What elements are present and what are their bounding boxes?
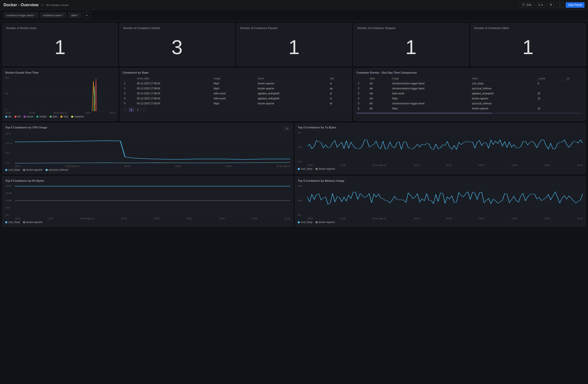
mem-y-1: 20% [298, 199, 307, 202]
events-panel-title: Docker Events Over Time [5, 71, 115, 74]
row-image: chentex/random-logger:latest [390, 86, 470, 91]
rx-y-1: 15 KB [5, 192, 15, 195]
row-state: st [328, 96, 349, 101]
mem-x-2: 00:10 May 12 [373, 217, 386, 220]
row-state: kill [368, 106, 390, 111]
table-row: 2 05-12-2023 17:08:04 httpd docker-apach… [123, 86, 349, 91]
legend-mem-dockerapache: docker-apache [316, 221, 335, 224]
row-count [536, 101, 564, 106]
cpu-legend: cool_tharp docker-apache quizzical_hellm… [5, 168, 290, 171]
col-cmp-count: _count [536, 76, 564, 81]
tx-x-labels: 18:50 21:30 00:10 May 12 02:50 05:30 08:… [298, 164, 583, 166]
kill-label: kill [18, 115, 21, 118]
x-label-0600: 06:00 May 12 [53, 112, 67, 114]
unpause-dot [71, 116, 73, 118]
cpu-x-2: 06:00 [124, 165, 130, 167]
cpu-x-4: 18:00 [226, 165, 232, 167]
mem-x-7: 13:30 [544, 217, 550, 220]
clock-icon: ⏱ [522, 3, 525, 7]
legend-die: die [5, 115, 12, 118]
tx-x-5: 08:10 [479, 164, 485, 166]
filter-image-name[interactable]: container.image.name * [4, 13, 38, 18]
filter-container-name[interactable]: container.name * [40, 13, 66, 18]
page-2-button[interactable]: 2 [135, 108, 141, 112]
y-label-100: 100 [5, 77, 13, 79]
row-name: quizzical_hellman [470, 86, 536, 91]
filter-state[interactable]: state * [68, 13, 81, 18]
row-image: httpd [390, 106, 470, 111]
mem-x-4: 05:30 [446, 217, 452, 220]
main-content: Number of Docker Hosts 1 Number of Conta… [0, 21, 588, 232]
row-count [536, 86, 564, 91]
more-options-button[interactable]: ⋮ [556, 2, 564, 8]
stat-card-containers-stopped: Number of Containers Stopped 1 [353, 23, 468, 66]
legend-unpause: unpause [71, 115, 84, 118]
row-name: agitated_ardinghelli [256, 91, 328, 96]
cpu-dot-0 [5, 169, 7, 171]
funnel-icon: ⧩ [549, 3, 552, 7]
cpu-y-2: 50 s [5, 152, 15, 154]
row-image: httpd [212, 101, 256, 106]
kill-dot [15, 116, 17, 118]
mem-dot-1 [316, 221, 318, 223]
y-label-50: 50 [5, 92, 13, 95]
x-label-1800: 18:00 [5, 112, 11, 114]
table-row: 6 kill httpd docker-apache 16 [356, 106, 583, 111]
cpu-x-labels: 18:00 00:00 May 10 06:00 12:00 18:00 00:… [5, 165, 290, 167]
rx-dot-1 [23, 221, 25, 223]
col-state: stat [328, 76, 349, 81]
table-row: 3 05-12-2023 17:08:04 hello-world agitat… [123, 91, 349, 96]
tx-x-3: 02:50 [414, 164, 419, 166]
filter-button[interactable]: ⧩ [547, 2, 554, 8]
add-panel-button[interactable]: Add Panel [566, 2, 584, 8]
next-page-button[interactable]: › [142, 108, 147, 112]
cpu-x-1: 00:00 May 10 [65, 165, 79, 167]
row-name: cool_tharp [470, 81, 536, 86]
page-1-button[interactable]: 1 [129, 108, 134, 112]
restart-dot [36, 116, 38, 118]
prev-page-button[interactable]: ‹ [123, 108, 128, 112]
tx-y-0: 4 B [298, 131, 307, 134]
table-row: 4 die httpd docker-apache 15 [356, 96, 583, 101]
rx-bytes-panel: Top 5 Containers by Rx Bytes 20 KB 15 KB… [3, 176, 293, 227]
row-count: 16 [536, 106, 564, 111]
cpu-dot-1 [23, 169, 25, 171]
col-cmp-co: _co [564, 76, 583, 81]
row-state: di [328, 91, 349, 96]
share-icon[interactable]: ⬡ [41, 3, 44, 7]
col-name: name [256, 76, 328, 81]
x-label-1400: 14:00 [109, 112, 115, 114]
rx-y-4: 0 B [5, 214, 15, 216]
mem-legend-0: cool_tharp [301, 221, 313, 224]
rx-legend-1: docker-apache [26, 221, 43, 224]
stat-card-containers-paused: Number of Containers Paused 1 [237, 23, 352, 66]
comparison-table: state image name _count _co 1 die chente… [356, 76, 583, 111]
add-filter-button[interactable]: + [83, 12, 90, 19]
rx-y-2: 10 KB [5, 199, 15, 202]
legend-pause: pause [24, 115, 33, 118]
legend-restart: restart [36, 115, 46, 118]
cpu-panel-title: Top 5 Containers by CPU Usage [5, 126, 47, 129]
docker-events-panel: Docker Events Over Time 100 50 0 [3, 68, 118, 121]
mem-x-6: 10:50 [512, 217, 517, 220]
stat-card-started-title: Number of Containers Started [123, 27, 231, 30]
legend-tx-dockerapache: docker-apache [316, 167, 335, 170]
rx-x-8: 16:10 [284, 217, 290, 220]
chevron-down-icon: ▾ [541, 3, 543, 7]
rx-x-labels: 18:50 21:30 00:10 May 12 02:50 05:30 08:… [5, 217, 290, 220]
legend-tx-cooltharp: cool_tharp [298, 167, 313, 170]
stat-card-paused-title: Number of Containers Paused [240, 27, 348, 30]
legend-stop: stop [60, 115, 68, 118]
stat-card-killed-title: Number of Containers Killed [474, 27, 582, 30]
refresh-button[interactable]: ↻ ▾ [536, 2, 545, 8]
stat-card-stopped-title: Number of Containers Stopped [357, 27, 465, 30]
tx-x-7: 13:30 [544, 164, 550, 166]
legend-rx-cooltharp: cool_tharp [5, 221, 20, 224]
unpause-label: unpause [74, 115, 84, 118]
cpu-legend-2: quizzical_hellman [49, 168, 68, 171]
row-num: 1 [356, 81, 368, 86]
row-name: docker-apache [256, 86, 328, 91]
time-range-button[interactable]: ⏱ -24h [520, 2, 534, 8]
row-name: agitated_ardinghelli [470, 91, 536, 96]
legend-cpu-dockerapache: docker-apache [23, 168, 43, 171]
